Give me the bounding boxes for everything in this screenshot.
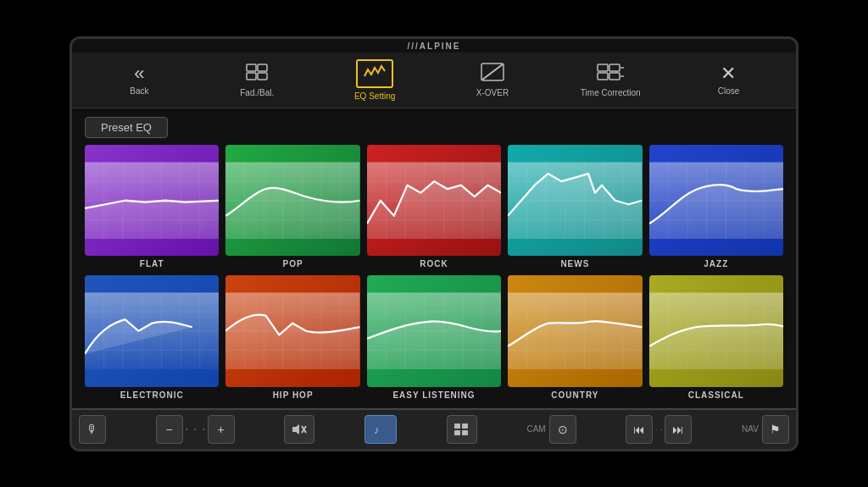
eq-tile-news[interactable]: NEWS [508,145,642,269]
eq-tile-label-electronic: ELECTRONIC [120,390,184,400]
svg-rect-2 [247,73,256,80]
vol-plus-button[interactable]: + [208,415,235,444]
svg-rect-8 [609,64,620,71]
svg-line-4 [482,64,503,80]
back-icon: « [134,64,144,83]
svg-rect-116 [454,423,460,429]
eq-tile-pop[interactable]: POP [225,145,359,269]
eq-tile-easy[interactable]: EASY LISTENING [367,275,501,400]
svg-rect-6 [598,64,608,71]
eq-tile-label-classical: CLASSICAL [688,390,744,400]
vol-dots: · · · [185,420,206,438]
eq-tile-label-rock: ROCK [420,259,448,268]
device-screen: ///ALPINE « Back Fad./Bal. [70,36,798,451]
eq-tile-electronic[interactable]: ELECTRONIC [85,275,219,400]
main-content: Preset EQ FLAT [72,108,796,408]
mute-button[interactable] [284,415,314,444]
volume-group: − · · · + [156,415,235,444]
nav-button[interactable]: ⚑ [762,415,789,444]
bottom-bar: 🎙 − · · · + ♪ CAM [72,408,796,449]
eq-tile-label-pop: POP [283,259,303,268]
svg-rect-9 [609,73,620,80]
cam-group: CAM ⊙ [526,415,576,444]
nav-btn-timecor[interactable]: Time Correction [581,63,641,97]
playback-dots: · · [654,423,663,435]
back-label: Back [130,86,148,96]
timecor-label: Time Correction [581,88,641,97]
eq-tile-rock[interactable]: ROCK [367,145,501,269]
preset-eq-label: Preset EQ [85,117,168,138]
svg-text:♪: ♪ [374,423,380,436]
xover-icon [481,63,504,85]
music-button[interactable]: ♪ [364,415,397,444]
fadbal-icon [245,63,269,85]
eq-tile-label-flat: FLAT [140,259,164,268]
svg-rect-7 [598,73,608,80]
svg-rect-0 [247,64,256,71]
svg-rect-117 [462,423,468,429]
playback-group: ⏮ · · ⏭ [626,415,692,444]
nav-group: NAV ⚑ [742,415,789,444]
eq-tile-jazz[interactable]: JAZZ [649,145,783,269]
svg-rect-118 [454,430,460,435]
eq-tile-label-jazz: JAZZ [704,259,728,268]
prev-button[interactable]: ⏮ [626,415,653,444]
svg-rect-119 [462,430,468,435]
eq-tile-label-easy: EASY LISTENING [392,390,475,400]
nav-btn-xover[interactable]: X-OVER [463,63,522,97]
svg-rect-1 [258,64,267,71]
eq-tile-label-news: NEWS [560,259,589,268]
xover-label: X-OVER [476,88,509,97]
cam-text: CAM [526,424,545,434]
timecor-icon [596,63,625,85]
mic-button[interactable]: 🎙 [79,415,106,444]
eq-tile-label-country: COUNTRY [551,390,598,400]
nav-btn-eq[interactable]: EQ Setting [345,59,404,101]
nav-btn-close[interactable]: ✕ Close [698,64,758,96]
svg-marker-112 [292,424,299,434]
eq-grid: FLAT POP [85,145,783,400]
eq-tile-country[interactable]: COUNTRY [508,275,642,400]
eq-tile-hiphop[interactable]: HIP HOP [225,275,359,400]
close-icon: ✕ [721,64,736,83]
nav-btn-fadbal[interactable]: Fad./Bal. [227,63,287,97]
close-label: Close [718,86,740,96]
cam-button[interactable]: ⊙ [549,415,576,444]
vol-minus-button[interactable]: − [156,415,183,444]
nav-btn-back[interactable]: « Back [109,64,169,96]
eq-icon [356,59,393,88]
svg-rect-3 [258,73,267,80]
eq-label: EQ Setting [354,91,395,101]
eq-tile-flat[interactable]: FLAT [85,145,219,269]
nav-toolbar: « Back Fad./Bal. EQ Setting [72,53,796,108]
eq-tile-label-hiphop: HIP HOP [273,390,314,400]
next-button[interactable]: ⏭ [665,415,692,444]
fadbal-label: Fad./Bal. [240,88,274,97]
eq-tile-classical[interactable]: CLASSICAL [649,275,783,400]
brand-logo: ///ALPINE [407,42,460,51]
nav-text: NAV [742,424,759,434]
media-grid-button[interactable] [447,415,477,444]
brand-bar: ///ALPINE [72,39,796,53]
